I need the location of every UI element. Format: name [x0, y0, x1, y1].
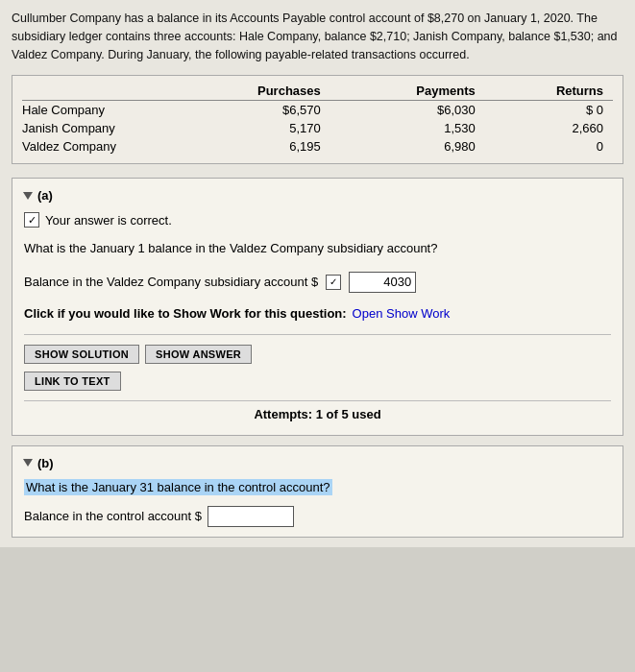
correct-banner: ✓ Your answer is correct. — [24, 212, 611, 228]
control-answer-label: Balance in the control account $ — [24, 509, 202, 523]
show-work-label: Click if you would like to Show Work for… — [24, 306, 347, 321]
section-a-panel: (a) ✓ Your answer is correct. What is th… — [12, 178, 623, 436]
attempts-text: Attempts: 1 of 5 used — [24, 400, 611, 425]
control-answer-row: Balance in the control account $ — [24, 506, 611, 527]
answer-input[interactable] — [349, 272, 416, 293]
row-label-valdez: Valdez Company — [22, 137, 166, 156]
section-a-label: (a) — [37, 188, 53, 203]
intro-text: Cullumber Company has a balance in its A… — [12, 10, 623, 63]
row-returns-janish: 2,660 — [485, 119, 613, 137]
row-payments-valdez: 6,980 — [330, 137, 485, 156]
correct-text: Your answer is correct. — [45, 213, 172, 228]
row-purchases-janish: 5,170 — [166, 119, 330, 137]
data-table-wrapper: Purchases Payments Returns Hale Company … — [12, 75, 623, 164]
table-row: Janish Company 5,170 1,530 2,660 — [22, 119, 613, 137]
control-answer-input[interactable] — [208, 506, 294, 527]
section-b-panel: (b) What is the January 31 balance in th… — [12, 445, 623, 538]
section-b-question: What is the January 31 balance in the co… — [24, 480, 611, 494]
section-a-question: What is the January 1 balance in the Val… — [24, 239, 611, 258]
row-label-janish: Janish Company — [22, 119, 166, 137]
row-returns-hale: $ 0 — [485, 101, 613, 120]
triangle-icon — [23, 192, 33, 200]
col-header-payments: Payments — [330, 82, 485, 101]
row-purchases-hale: $6,570 — [166, 101, 330, 120]
open-show-work-link[interactable]: Open Show Work — [353, 306, 451, 321]
buttons-row-2: LINK TO TEXT — [24, 372, 611, 391]
col-header-purchases: Purchases — [166, 82, 330, 101]
section-a-header[interactable]: (a) — [24, 188, 611, 203]
answer-row: Balance in the Valdez Company subsidiary… — [24, 272, 611, 293]
show-answer-button[interactable]: SHOW ANSWER — [145, 345, 252, 364]
row-returns-valdez: 0 — [485, 137, 613, 156]
table-row: Valdez Company 6,195 6,980 0 — [22, 137, 613, 156]
section-b-label: (b) — [37, 456, 54, 470]
check-icon: ✓ — [24, 212, 39, 228]
row-payments-janish: 1,530 — [330, 119, 485, 137]
link-to-text-button[interactable]: LINK TO TEXT — [24, 372, 121, 391]
answer-check-icon: ✓ — [326, 275, 341, 290]
show-work-row: Click if you would like to Show Work for… — [24, 306, 611, 321]
buttons-row-1: SHOW SOLUTION SHOW ANSWER — [24, 345, 611, 364]
col-header-label — [22, 82, 166, 101]
row-purchases-valdez: 6,195 — [166, 137, 330, 156]
section-b-header[interactable]: (b) — [24, 456, 611, 470]
col-header-returns: Returns — [485, 82, 613, 101]
show-solution-button[interactable]: SHOW SOLUTION — [24, 345, 139, 364]
table-row: Hale Company $6,570 $6,030 $ 0 — [22, 101, 613, 120]
triangle-b-icon — [23, 459, 33, 467]
divider — [24, 334, 611, 335]
transactions-table: Purchases Payments Returns Hale Company … — [22, 82, 613, 156]
answer-label: Balance in the Valdez Company subsidiary… — [24, 275, 318, 289]
row-label-hale: Hale Company — [22, 101, 166, 120]
section-b-question-text: What is the January 31 balance in the co… — [24, 479, 332, 495]
row-payments-hale: $6,030 — [330, 101, 485, 120]
